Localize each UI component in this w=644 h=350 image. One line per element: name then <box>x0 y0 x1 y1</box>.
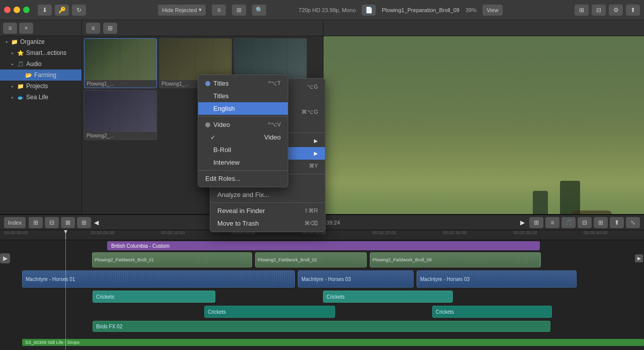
tl-icon-3[interactable]: ⊠ <box>61 217 75 228</box>
timeline-section: Index ⊞ ⊟ ⊠ ⊞ ◀ Roles in Farming 39:24 ▶… <box>0 214 644 350</box>
clip-item-4[interactable]: Plowing2_... <box>84 90 157 140</box>
sidebar-item-farming[interactable]: 📂 Farming <box>0 69 82 81</box>
tl-arrow-right[interactable]: ▶ <box>520 219 526 226</box>
horse-clip-3[interactable]: MacIntyre - Horses 03 <box>417 270 577 288</box>
smart-arrow: ▸ <box>10 51 15 55</box>
audio-arrow: ▸ <box>10 62 15 66</box>
sidebar-item-sea-life[interactable]: ▸ 🐟 Sea Life <box>0 92 82 103</box>
index-button[interactable]: Index <box>4 217 26 228</box>
timeline-toolbar-icons: ⊞ ⊟ ⊠ ⊞ <box>29 217 91 228</box>
context-move-trash[interactable]: Move to Trash ⌘⌫ <box>210 217 325 230</box>
video-track-row: ▶ Plowing2_Fieldwork_Broll_01 Plowing2_F… <box>0 251 644 268</box>
layout-icon[interactable]: ⊟ <box>592 5 606 16</box>
tl-right-icon-5[interactable]: ⊞ <box>594 217 608 228</box>
video-track-icon[interactable]: ▶ <box>0 253 10 263</box>
projects-label: Projects <box>26 83 79 90</box>
close-button[interactable] <box>4 7 11 13</box>
video-clip-1[interactable]: Plowing2_Fieldwork_Broll_01 <box>92 252 252 267</box>
preview-toolbar <box>324 20 644 36</box>
birds-fx-row: Birds FX 02 <box>0 320 644 333</box>
video-dot-icon <box>205 122 210 127</box>
tl-right-icon-7[interactable]: ⤡ <box>626 217 640 228</box>
context-divider-3 <box>210 202 325 203</box>
adjust-icon[interactable]: ⚙ <box>609 5 623 16</box>
key-icon[interactable]: 🔑 <box>55 5 69 16</box>
horse-clip-2[interactable]: MacIntyre - Horses 03 <box>298 270 414 288</box>
submenu-english[interactable]: English <box>198 102 288 115</box>
timeline-tracks: British Columbia - Custom ▶ Plowing2_Fie… <box>0 240 644 350</box>
minimize-button[interactable] <box>14 7 20 13</box>
organize-label: Organize <box>20 38 79 45</box>
submenu-divider-2 <box>198 170 288 171</box>
crickets-clip-3[interactable]: Crickets <box>204 306 335 318</box>
window-icon[interactable]: ⊞ <box>575 5 589 16</box>
minimize-icon[interactable]: ⬇ <box>38 5 52 16</box>
sidebar-item-organize[interactable]: ▾ 📁 Organize <box>0 36 82 47</box>
zoom-level: 39% <box>465 7 476 13</box>
projects-arrow: ▸ <box>10 84 15 89</box>
crickets-row-2: Crickets Crickets <box>0 305 644 319</box>
tl-right-icon-6[interactable]: ⬆ <box>610 217 624 228</box>
submenu-interview[interactable]: Interview <box>198 156 288 169</box>
tl-arrow-left[interactable]: ◀ <box>94 219 100 226</box>
smart-label: Smart...ections <box>26 49 79 56</box>
video-clip-2[interactable]: Plowing2_Fieldwork_Broll_02 <box>255 252 367 267</box>
submenu-video-check[interactable]: Video <box>198 131 288 144</box>
grid-view-icon[interactable]: ⊞ <box>232 5 246 16</box>
titles-dot-icon <box>205 81 210 86</box>
submenu-titles-dot[interactable]: Titles ^⌥T <box>198 77 288 90</box>
duration: 39:24 <box>326 220 340 226</box>
clip-label-4: Plowing2_... <box>85 132 156 139</box>
tl-right-icon-1[interactable]: ⊞ <box>529 217 543 228</box>
submenu-b-roll[interactable]: B-Roll <box>198 144 288 156</box>
tl-right-icon-3[interactable]: 🎵 <box>561 217 576 228</box>
fullscreen-button[interactable] <box>23 7 30 13</box>
sidebar-item-projects[interactable]: ▸ 📁 Projects <box>0 81 82 92</box>
tl-right-icon-2[interactable]: ≡ <box>545 217 559 228</box>
horse-clip-1[interactable]: MacIntyre - Horses 01 <box>22 270 295 288</box>
main-area: ≡ + ▾ 📁 Organize ▸ ⭐ Smart...ections ▸ 🎵… <box>0 20 644 350</box>
context-reveal[interactable]: Reveal in Finder ⇧⌘R <box>210 204 325 217</box>
video-clip-3[interactable]: Plowing2_Fieldwork_Broll_08 <box>370 252 541 267</box>
birds-fx-clip[interactable]: Birds FX 02 <box>93 321 550 332</box>
horse-track-row: MacIntyre - Horses 01 MacIntyre - Horses… <box>0 269 644 289</box>
video-roles-submenu: Titles ^⌥T Titles English Video ^⌥V <box>198 75 288 187</box>
timeline-toolbar-right-icons: ⊞ ≡ 🎵 ⊟ ⊞ ⬆ ⤡ <box>529 217 640 228</box>
tl-right-icon-4[interactable]: ⊟ <box>578 217 592 228</box>
export-icon[interactable]: ⬆ <box>626 5 640 16</box>
browser-list-icon[interactable]: ≡ <box>86 23 100 34</box>
sync-icon[interactable]: ↻ <box>72 5 86 16</box>
sidebar-item-audio[interactable]: ▸ 🎵 Audio <box>0 58 82 69</box>
tl-icon-4[interactable]: ⊞ <box>77 217 91 228</box>
clip-icon[interactable]: 📄 <box>362 5 376 16</box>
search-icon[interactable]: 🔍 <box>252 5 266 16</box>
view-button[interactable]: View <box>482 5 503 16</box>
ss-bar[interactable]: SS_60309 Still Life - Drops <box>22 339 644 346</box>
browser-grid-icon[interactable]: ⊞ <box>103 23 117 34</box>
clip-name: Plowing1_Preparation_Broll_09 <box>382 7 459 13</box>
submenu-divider-1 <box>198 116 288 117</box>
crickets-row-1: Crickets Crickets <box>0 290 644 304</box>
track-end-icon[interactable]: ▶ <box>635 254 643 262</box>
clip-label-1: Plowing1_... <box>85 80 156 88</box>
clip-item-1[interactable]: Plowing1_... <box>84 38 157 88</box>
crickets-clip-1[interactable]: Crickets <box>93 291 215 303</box>
organize-arrow: ▾ <box>4 40 9 44</box>
sidebar-list-icon[interactable]: ≡ <box>3 23 17 34</box>
list-view-icon[interactable]: ≡ <box>212 5 226 16</box>
ss-bar-row: SS_60309 Still Life - Drops <box>0 339 644 348</box>
sidebar-item-smart-collections[interactable]: ▸ ⭐ Smart...ections <box>0 47 82 58</box>
sidebar-grid-icon[interactable]: + <box>19 23 33 34</box>
submenu-video-dot[interactable]: Video ^⌥V <box>198 118 288 131</box>
context-analyze[interactable]: Analyze and Fix... <box>210 188 325 201</box>
sidebar-toolbar: ≡ + <box>0 20 82 36</box>
submenu-edit-roles[interactable]: Edit Roles... <box>198 172 288 185</box>
tl-icon-2[interactable]: ⊟ <box>45 217 59 228</box>
submenu-titles[interactable]: Titles <box>198 90 288 102</box>
crickets-clip-2[interactable]: Crickets <box>323 291 453 303</box>
crickets-clip-4[interactable]: Crickets <box>432 306 552 318</box>
tl-icon-1[interactable]: ⊞ <box>29 217 43 228</box>
bc-bar[interactable]: British Columbia - Custom <box>107 241 540 250</box>
titlebar: ⬇ 🔑 ↻ Hide Rejected ▾ ≡ ⊞ 🔍 720p HD 23.9… <box>0 0 644 20</box>
hide-rejected-button[interactable]: Hide Rejected ▾ <box>158 5 206 16</box>
